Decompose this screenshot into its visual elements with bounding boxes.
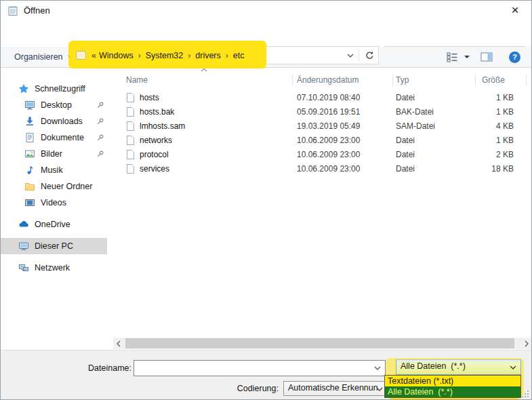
sidebar-item-label: Schnellzugriff <box>35 84 85 94</box>
breadcrumb-item-windows[interactable]: Windows <box>99 51 134 60</box>
file-row[interactable]: hosts 07.10.2019 08:40 Datei 1 KB <box>112 91 532 105</box>
file-row[interactable]: hosts.bak 05.09.2016 19:51 BAK-Datei 1 K… <box>112 105 532 119</box>
file-name: networks <box>140 134 172 148</box>
file-date: 10.06.2009 23:00 <box>297 134 360 148</box>
file-icon <box>127 136 134 145</box>
scrollbar-thumb[interactable] <box>125 338 514 348</box>
sidebar-item-icon <box>24 100 36 111</box>
preview-pane-button[interactable] <box>480 47 493 67</box>
sidebar-item-label: OneDrive <box>35 220 70 229</box>
encoding-selected-value: Automatische Erkennun <box>288 383 378 393</box>
filename-dropdown-chevron-icon[interactable] <box>374 366 381 370</box>
file-row[interactable]: services 10.06.2009 23:00 Datei 18 KB <box>112 162 532 176</box>
list-view-icon <box>447 52 458 62</box>
breadcrumb-separator: › <box>188 51 190 60</box>
sidebar-item-bilder[interactable]: Bilder <box>1 146 112 162</box>
encoding-select[interactable]: Automatische Erkennun <box>283 381 387 396</box>
sidebar-item-label: Netzwerk <box>35 263 70 273</box>
quick-access-star-icon <box>18 83 29 94</box>
sidebar-item-desktop[interactable]: Desktop <box>1 97 112 113</box>
file-size: 1 KB <box>451 105 514 119</box>
scroll-right-arrow[interactable] <box>521 338 532 349</box>
sidebar-item-icon <box>24 116 36 127</box>
file-rows: hosts 07.10.2019 08:40 Datei 1 KB hosts.… <box>112 91 532 176</box>
breadcrumb-item-etc[interactable]: etc <box>233 51 245 60</box>
sidebar-item-icon <box>24 148 36 159</box>
column-header-type[interactable]: Typ <box>396 73 409 87</box>
breadcrumb-item-system32[interactable]: System32 <box>146 51 184 60</box>
sidebar-item-downloads[interactable]: Downloads <box>1 113 112 129</box>
help-button[interactable]: ? <box>509 47 520 67</box>
close-button[interactable]: × <box>502 1 529 21</box>
file-size: 2 KB <box>451 148 514 162</box>
filetype-option-txt[interactable]: Textdateien (*.txt) <box>385 376 520 386</box>
desktop-icon <box>24 100 35 111</box>
sidebar-item-icon <box>18 219 30 230</box>
encoding-chevron-icon <box>376 387 383 391</box>
organize-button[interactable]: Organisieren <box>14 47 73 67</box>
column-header-date[interactable]: Änderungsdatum <box>297 73 359 87</box>
sidebar-item-videos[interactable]: Videos <box>1 195 112 211</box>
file-type: Datei <box>396 91 415 105</box>
sidebar-item-onedrive[interactable]: OneDrive <box>1 216 112 233</box>
sidebar-item-netzwerk[interactable]: Netzwerk <box>1 260 112 276</box>
scroll-left-arrow[interactable] <box>113 338 124 349</box>
file-name: protocol <box>140 148 169 162</box>
network-icon <box>18 262 29 273</box>
view-mode-button[interactable] <box>447 47 458 67</box>
refresh-button[interactable] <box>360 47 379 64</box>
sidebar-item-icon <box>18 262 30 273</box>
breadcrumb-item-drivers[interactable]: drivers <box>195 51 221 60</box>
sidebar-item-schnellzugriff[interactable]: Schnellzugriff <box>1 81 112 97</box>
file-row[interactable]: protocol 10.06.2009 23:00 Datei 2 KB <box>112 148 532 162</box>
address-dropdown-chevron-icon[interactable] <box>342 47 359 64</box>
address-divider <box>359 49 359 62</box>
file-name: hosts <box>140 91 159 105</box>
downloads-icon <box>24 116 35 127</box>
sidebar-item-label: Desktop <box>41 100 72 110</box>
folder-icon <box>76 51 86 60</box>
file-size: 1 KB <box>451 134 514 148</box>
file-date: 10.06.2009 23:00 <box>297 162 360 176</box>
filename-label: Dateiname: <box>62 363 131 373</box>
pin-icon <box>96 134 104 142</box>
column-header-size[interactable]: Größe <box>482 73 505 87</box>
sidebar-item-label: Bilder <box>41 149 62 159</box>
file-row[interactable]: networks 10.06.2009 23:00 Datei 1 KB <box>112 134 532 148</box>
file-type: Datei <box>396 162 415 176</box>
column-divider <box>475 75 476 85</box>
sidebar-item-icon <box>18 83 30 94</box>
breadcrumb-separator: › <box>138 51 141 60</box>
view-mode-chevron[interactable] <box>464 47 470 67</box>
preview-pane-icon <box>480 52 493 62</box>
column-divider <box>392 75 393 85</box>
file-icon <box>127 150 134 159</box>
title-bar: Öffnen × <box>1 1 531 21</box>
sidebar-item-label: Videos <box>41 198 66 207</box>
breadcrumb-overflow[interactable]: « <box>91 51 96 60</box>
file-type: BAK-Datei <box>396 105 434 119</box>
pin-icon <box>96 150 104 158</box>
column-header-name[interactable]: Name <box>126 73 148 87</box>
filetype-select[interactable]: Alle Dateien (*.*) <box>396 359 521 375</box>
pictures-icon <box>24 148 35 159</box>
pin-icon <box>96 101 104 109</box>
file-icon <box>127 93 134 102</box>
file-icon <box>127 107 134 117</box>
sidebar-item-dieser-pc[interactable]: Dieser PC <box>1 238 107 254</box>
pin-icon <box>96 117 104 125</box>
file-date: 19.03.2019 05:49 <box>297 119 360 134</box>
filename-input[interactable] <box>137 361 367 375</box>
filetype-option-all[interactable]: Alle Dateien (*.*) <box>385 386 520 397</box>
file-row[interactable]: lmhosts.sam 19.03.2019 05:49 SAM-Datei 4… <box>112 119 532 134</box>
file-name: services <box>140 162 169 176</box>
file-type: Datei <box>396 134 415 148</box>
sidebar-item-neuer-ordner[interactable]: Neuer Ordner <box>1 178 112 195</box>
sidebar-item-musik[interactable]: Musik <box>1 162 112 178</box>
help-icon: ? <box>509 52 520 63</box>
filetype-dropdown-list: Textdateien (*.txt) Alle Dateien (*.*) <box>384 375 521 398</box>
column-divider <box>526 75 527 85</box>
sidebar-item-dokumente[interactable]: Dokumente <box>1 129 112 146</box>
horizontal-scrollbar[interactable] <box>113 338 532 349</box>
breadcrumb-separator: › <box>226 51 228 60</box>
